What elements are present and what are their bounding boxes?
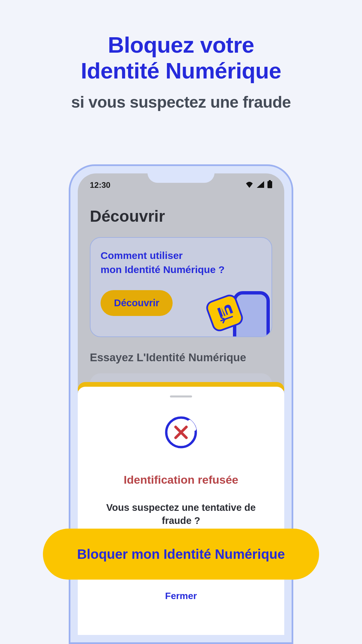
status-bar: 12:30 bbox=[78, 173, 284, 197]
battery-icon bbox=[267, 180, 272, 190]
status-time: 12:30 bbox=[90, 180, 110, 190]
wifi-icon bbox=[245, 180, 253, 190]
headline-line-1: Bloquez votre bbox=[108, 32, 254, 57]
headline-text: Bloquez votre Identité Numérique bbox=[0, 32, 362, 84]
headline-line-2: Identité Numérique bbox=[81, 58, 281, 83]
status-icons bbox=[245, 180, 272, 190]
signal-icon bbox=[257, 180, 264, 190]
close-button[interactable]: Fermer bbox=[78, 591, 284, 601]
discover-card-illustration bbox=[194, 289, 272, 337]
svg-rect-1 bbox=[267, 181, 272, 188]
discover-card-question: Comment utiliser mon Identité Numérique … bbox=[101, 249, 261, 277]
sheet-title: Identification refusée bbox=[88, 473, 274, 486]
discover-button[interactable]: Découvrir bbox=[101, 290, 173, 316]
sheet-grip-handle[interactable] bbox=[170, 395, 192, 397]
bottom-sheet: Identification refusée Vous suspectez un… bbox=[78, 387, 284, 635]
block-identity-button-label: Bloquer mon Identité Numérique bbox=[77, 547, 285, 562]
discover-card[interactable]: Comment utiliser mon Identité Numérique … bbox=[90, 237, 272, 337]
marketing-headline: Bloquez votre Identité Numérique si vous… bbox=[0, 32, 362, 111]
block-identity-button[interactable]: Bloquer mon Identité Numérique bbox=[43, 529, 319, 580]
discover-button-label: Découvrir bbox=[114, 298, 159, 309]
sheet-text: Vous suspectez une tentative de fraude ? bbox=[88, 501, 274, 527]
close-button-label: Fermer bbox=[165, 591, 197, 601]
svg-rect-0 bbox=[269, 180, 271, 181]
page-title: Découvrir bbox=[90, 207, 165, 225]
headline-sub: si vous suspectez une fraude bbox=[0, 93, 362, 111]
error-circle-icon bbox=[164, 416, 198, 449]
try-section-title: Essayez L'Identité Numérique bbox=[90, 351, 246, 364]
